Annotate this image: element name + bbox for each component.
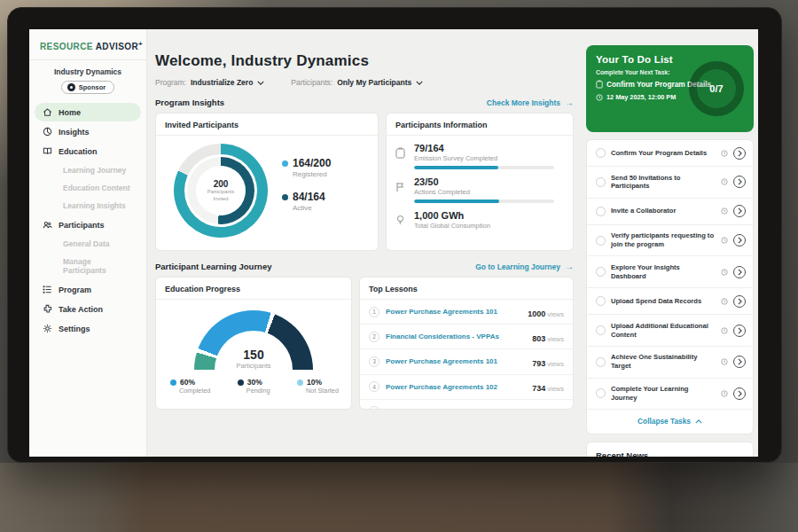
check-more-insights-link[interactable]: Check More Insights → (487, 98, 574, 107)
recent-news-title: Recent News (596, 450, 744, 457)
task-label: Achieve One Sustainability Target (611, 353, 716, 371)
chevron-up-icon (695, 419, 702, 424)
lesson-link[interactable]: Power Purchase Agreements 101 (386, 308, 521, 316)
task-row-achieve-sustainability-target[interactable]: Achieve One Sustainability Target (587, 347, 753, 379)
task-row-upload-educational-content[interactable]: Upload Additional Educational Content (587, 315, 753, 347)
chevron-right-icon (738, 207, 742, 215)
participants-information-title: Participants Information (387, 113, 573, 136)
task-checkbox[interactable] (596, 267, 606, 277)
sidebar-item-general-data[interactable]: General Data (35, 235, 141, 253)
task-checkbox[interactable] (596, 236, 606, 246)
task-open-button[interactable] (733, 176, 746, 188)
task-row-invite-collaborator[interactable]: Invite a Collaborator (587, 199, 753, 225)
sidebar-item-program[interactable]: Program (35, 280, 141, 299)
lesson-link[interactable]: Power Purchase Agreements 101 (386, 357, 526, 365)
lesson-link[interactable]: Power Purchase Agreements 102 (386, 383, 526, 391)
home-icon (43, 107, 52, 117)
participants-dropdown[interactable]: Participants: Only My Participants (291, 78, 423, 87)
active-label: Active (293, 204, 331, 212)
task-open-button[interactable] (733, 325, 746, 337)
go-to-learning-journey-link[interactable]: Go to Learning Journey → (475, 262, 574, 271)
education-legend: 60% Completed 30% Pending 10% Not Starte… (156, 370, 351, 395)
task-row-send-invitations[interactable]: Send 50 Invitations to Participants (587, 167, 753, 199)
take-action-icon (43, 304, 52, 314)
learning-journey-title: Participant Learning Journey (155, 262, 271, 271)
task-checkbox[interactable] (596, 148, 606, 158)
top-lessons-title: Top Lessons (360, 278, 573, 300)
insights-icon (43, 127, 52, 137)
survey-clipboard-icon (395, 147, 405, 159)
chevron-down-icon (416, 81, 423, 85)
task-checkbox[interactable] (596, 325, 606, 335)
sidebar-item-label: Home (59, 108, 81, 117)
clock-icon (596, 94, 603, 101)
sponsor-badge[interactable]: Sponsor (61, 81, 114, 94)
sidebar-item-learning-insights[interactable]: Learning Insights (35, 197, 141, 215)
registered-value: 164/200 (293, 157, 331, 169)
sidebar-item-education-content[interactable]: Education Content (35, 179, 141, 197)
stat-actions-completed: 23/50 Actions Completed (387, 169, 573, 203)
sidebar-item-take-action[interactable]: Take Action (35, 300, 141, 318)
sidebar-item-label: Insights (59, 128, 90, 137)
check-more-insights-label: Check More Insights (487, 98, 560, 107)
sidebar-item-label: Participants (59, 221, 105, 230)
completed-dot (170, 379, 176, 386)
timer-icon (721, 327, 728, 334)
sidebar-item-insights[interactable]: Insights (35, 122, 141, 141)
task-open-button[interactable] (733, 205, 746, 217)
invited-participants-body: 200 ParticipantsInvited 164/200 Register… (156, 136, 378, 238)
lesson-rank: 5 (369, 406, 379, 410)
task-checkbox[interactable] (596, 357, 606, 367)
sidebar-nav: Home Insights Education Learning Journey… (29, 103, 146, 338)
task-row-upload-spend-data[interactable]: Upload Spend Data Records (587, 288, 753, 315)
task-checkbox[interactable] (596, 388, 606, 398)
task-checkbox[interactable] (596, 207, 606, 216)
sidebar: RESOURCE ADVISOR+ Industry Dynamics Spon… (29, 29, 147, 457)
arrow-right-icon: → (565, 98, 574, 107)
chevron-right-icon (738, 327, 742, 334)
program-insights-title: Program Insights (155, 98, 224, 107)
task-open-button[interactable] (733, 234, 746, 246)
lesson-link[interactable]: Power Purchase Agreements 103 (386, 408, 526, 410)
task-open-button[interactable] (733, 147, 746, 160)
learning-journey-cards: Education Progress 150 Participants 60% (155, 277, 574, 410)
sponsor-badge-label: Sponsor (79, 83, 106, 91)
task-label: Send 50 Invitations to Participants (611, 174, 716, 192)
todo-summary-card: Your To Do List Complete Your Next Task:… (586, 45, 754, 132)
brand-logo[interactable]: RESOURCE ADVISOR+ (29, 40, 146, 51)
donut-hole: 200 ParticipantsInvited (184, 154, 257, 227)
task-checkbox[interactable] (596, 296, 606, 306)
donut-center-label: ParticipantsInvited (207, 189, 234, 202)
timer-icon (721, 269, 728, 276)
invited-donut-inner-ring: 200 ParticipantsInvited (187, 157, 254, 224)
task-open-button[interactable] (733, 295, 746, 308)
legend-registered: 164/200 Registered (282, 157, 331, 178)
lesson-views: 803 (532, 334, 545, 343)
desk-background (0, 463, 798, 532)
education-gauge-chart: 150 Participants (194, 310, 313, 370)
todo-progress-value: 0/7 (709, 83, 723, 94)
task-open-button[interactable] (733, 387, 746, 400)
pending-value: 30% (247, 378, 262, 387)
participants-information-card: Participants Information 79/164 Emission… (386, 113, 574, 251)
task-checkbox[interactable] (596, 177, 606, 187)
education-icon (43, 146, 52, 156)
sidebar-item-learning-journey[interactable]: Learning Journey (35, 161, 141, 179)
task-row-confirm-program[interactable]: Confirm Your Program Details (587, 140, 753, 167)
collapse-tasks-button[interactable]: Collapse Tasks (587, 410, 753, 434)
task-row-explore-insights[interactable]: Explore Your Insights Dashboard (587, 256, 753, 288)
sidebar-item-settings[interactable]: Settings (35, 319, 141, 338)
task-open-button[interactable] (733, 266, 746, 278)
task-row-verify-participants[interactable]: Verify participants requesting to join t… (587, 225, 753, 257)
task-row-complete-learning-journey[interactable]: Complete Your Learning Journey (587, 379, 753, 411)
task-open-button[interactable] (733, 356, 746, 368)
filter-bar: Program: Industrialize Zero Participants… (155, 78, 574, 87)
sidebar-item-home[interactable]: Home (35, 103, 141, 121)
sidebar-item-participants[interactable]: Participants (35, 215, 141, 234)
sidebar-item-education[interactable]: Education (35, 142, 141, 160)
sidebar-item-manage-participants[interactable]: Manage Participants (35, 253, 141, 279)
chevron-right-icon (738, 298, 742, 305)
program-dropdown[interactable]: Program: Industrialize Zero (155, 78, 264, 87)
actions-progress-track (414, 200, 554, 203)
lesson-link[interactable]: Financial Considerations - VPPAs (386, 332, 526, 340)
